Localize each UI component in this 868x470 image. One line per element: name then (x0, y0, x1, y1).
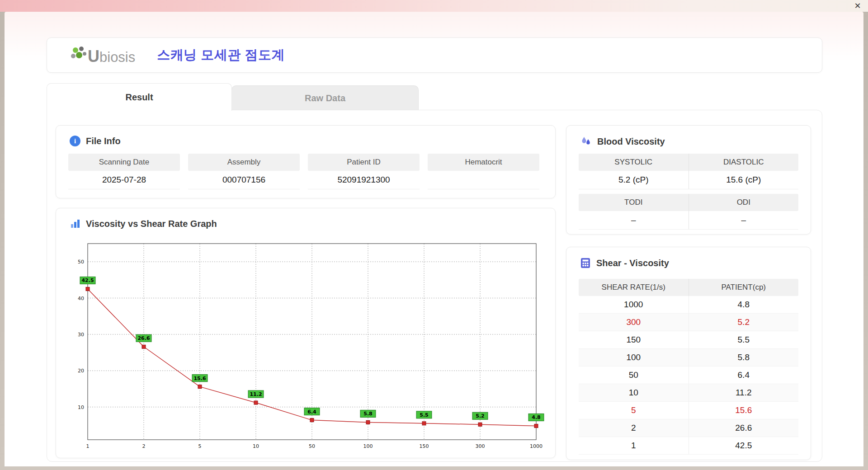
table-row: 10 11.2 (579, 384, 798, 402)
table-row: 1000 4.8 (579, 296, 798, 314)
content-card: i File Info Scanning Date 2025-07-28 Ass… (47, 110, 822, 462)
svg-text:100: 100 (363, 443, 373, 449)
ubiosis-logo: Ubiosis (70, 46, 135, 65)
cell-patient: 42.5 (689, 437, 799, 454)
page-title: 스캐닝 모세관 점도계 (157, 46, 285, 64)
table-row: 50 6.4 (579, 367, 798, 384)
cell-shear: 2 (579, 419, 689, 437)
cell-patient: 6.4 (689, 367, 799, 384)
table-row: 1 42.5 (579, 437, 798, 455)
tab-result[interactable]: Result (47, 83, 232, 111)
field-value: 52091921300 (308, 171, 420, 189)
table-row: 300 5.2 (579, 314, 798, 331)
bv-value-odi: – (689, 211, 799, 229)
file-info-title-row: i File Info (70, 136, 121, 146)
svg-text:42.5: 42.5 (81, 277, 94, 283)
svg-text:40: 40 (78, 296, 84, 301)
col-shear-rate: SHEAR RATE(1/s) (579, 279, 689, 296)
cell-patient: 5.8 (689, 349, 799, 366)
svg-text:5: 5 (198, 443, 202, 449)
cell-shear: 1 (579, 437, 689, 454)
svg-text:50: 50 (309, 443, 315, 449)
cell-patient: 11.2 (689, 384, 799, 401)
browser-top-strip: ✕ (0, 0, 868, 12)
svg-text:6.4: 6.4 (307, 409, 316, 415)
cell-shear: 150 (579, 331, 689, 348)
file-info-card: i File Info Scanning Date 2025-07-28 Ass… (56, 125, 556, 198)
svg-text:300: 300 (476, 443, 485, 449)
field-label: Scanning Date (68, 154, 180, 171)
bv-header-systolic: SYSTOLIC (579, 154, 689, 171)
table-header-row: SHEAR RATE(1/s) PATIENT(cp) (579, 279, 798, 296)
table-row: 150 5.5 (579, 331, 798, 349)
field-value: 000707156 (188, 171, 300, 189)
svg-text:4.8: 4.8 (532, 414, 541, 420)
svg-text:1: 1 (86, 443, 90, 449)
shear-viscosity-title: Shear - Viscosity (596, 258, 669, 268)
screen: ✕ Ubiosis 스캐닝 모세관 점도계 Result Raw Data (0, 0, 868, 470)
viscosity-chart: 10203040501251050100150300100042.526.615… (65, 236, 546, 452)
blood-viscosity-card: Blood Viscosity SYSTOLIC DIASTOLIC 5.2 (… (566, 125, 811, 235)
svg-text:20: 20 (78, 368, 84, 374)
svg-text:50: 50 (78, 259, 84, 265)
svg-text:1000: 1000 (530, 443, 542, 449)
bv-gap (579, 189, 798, 194)
field-label: Hematocrit (428, 154, 539, 171)
field-label: Patient ID (308, 154, 420, 171)
table-row: 2 26.6 (579, 419, 798, 437)
cell-shear: 10 (579, 384, 689, 401)
info-icon: i (70, 136, 80, 146)
cell-patient: 4.8 (689, 296, 799, 313)
blood-viscosity-title: Blood Viscosity (597, 136, 665, 147)
bar-chart-icon (70, 218, 80, 229)
bv-value-diastolic: 15.6 (cP) (689, 171, 799, 189)
field-scanning-date: Scanning Date 2025-07-28 (68, 154, 180, 189)
logo-dots-icon (70, 46, 88, 65)
field-value (428, 171, 539, 189)
shear-viscosity-table: SHEAR RATE(1/s) PATIENT(cp) 1000 4.8 300… (579, 279, 798, 455)
viscosity-graph-card: Viscosity vs Shear Rate Graph 1020304050… (56, 208, 556, 458)
svg-text:10: 10 (253, 443, 259, 449)
file-info-fields: Scanning Date 2025-07-28 Assembly 000707… (68, 154, 539, 189)
svg-text:30: 30 (78, 332, 84, 338)
svg-text:5.8: 5.8 (363, 411, 373, 417)
cell-shear: 5 (579, 402, 689, 419)
bv-header-row: SYSTOLIC DIASTOLIC (579, 154, 798, 171)
col-patient: PATIENT(cp) (689, 279, 799, 296)
svg-text:150: 150 (420, 443, 429, 449)
logo-text-initial: U (88, 48, 99, 65)
bv-header-diastolic: DIASTOLIC (689, 154, 799, 171)
bv-header-todi: TODI (579, 194, 689, 211)
table-row: 100 5.8 (579, 349, 798, 367)
svg-text:5.2: 5.2 (476, 413, 485, 419)
shear-viscosity-title-row: Shear - Viscosity (580, 257, 669, 269)
svg-text:5.5: 5.5 (420, 412, 429, 418)
field-patient-id: Patient ID 52091921300 (308, 154, 420, 189)
cell-patient: 15.6 (689, 402, 799, 419)
cell-patient: 5.2 (689, 314, 799, 331)
droplet-icon (580, 136, 592, 147)
bv-value-systolic: 5.2 (cP) (579, 171, 689, 189)
bv-value-todi: – (579, 211, 689, 229)
cell-shear: 50 (579, 367, 689, 384)
graph-title-row: Viscosity vs Shear Rate Graph (70, 218, 217, 229)
bv-value-row: 5.2 (cP) 15.6 (cP) (579, 171, 798, 189)
svg-text:26.6: 26.6 (137, 335, 150, 341)
tab-raw-data[interactable]: Raw Data (231, 85, 419, 110)
blood-viscosity-grid: SYSTOLIC DIASTOLIC 5.2 (cP) 15.6 (cP) TO… (579, 154, 798, 230)
blood-viscosity-title-row: Blood Viscosity (580, 136, 665, 147)
graph-title: Viscosity vs Shear Rate Graph (86, 219, 217, 229)
table-icon (580, 257, 591, 269)
cell-shear: 100 (579, 349, 689, 366)
bv-value-row: – – (579, 211, 798, 230)
field-hematocrit: Hematocrit (428, 154, 539, 189)
field-assembly: Assembly 000707156 (188, 154, 300, 189)
cell-patient: 26.6 (689, 419, 799, 437)
file-info-title: File Info (86, 136, 121, 146)
svg-text:2: 2 (142, 443, 146, 449)
svg-text:11.2: 11.2 (250, 391, 262, 397)
bv-header-odi: ODI (689, 194, 799, 211)
svg-text:10: 10 (78, 404, 84, 410)
cell-shear: 300 (579, 314, 689, 331)
close-icon[interactable]: ✕ (853, 1, 863, 11)
